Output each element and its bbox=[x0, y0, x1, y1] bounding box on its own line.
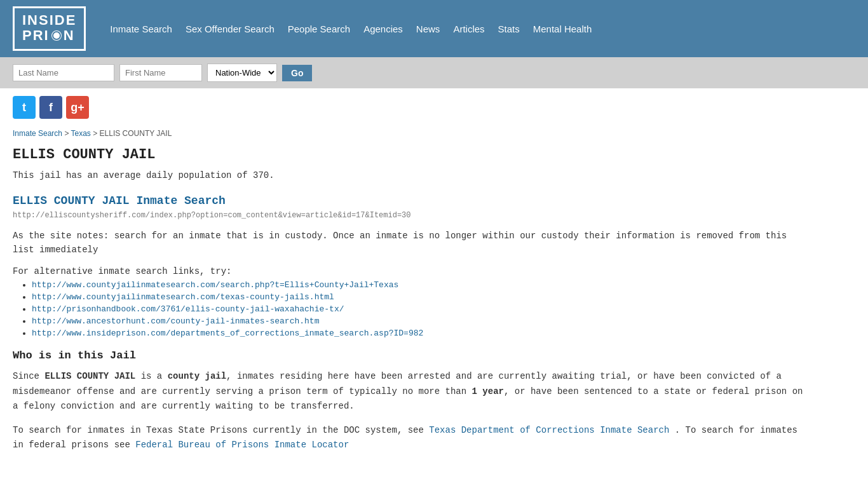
logo-inside-text: INSIDE bbox=[22, 13, 76, 27]
nav-news[interactable]: News bbox=[411, 21, 445, 37]
to-search-text: To search for inmates in Texas State Pri… bbox=[13, 423, 813, 452]
list-item: http://www.insideprison.com/departments_… bbox=[32, 329, 813, 338]
year-bold: 1 year bbox=[472, 386, 504, 396]
inmate-search-url-text: http://elliscountysheriff.com/index.php?… bbox=[13, 211, 813, 220]
who-text: Since ELLIS COUNTY JAIL is a county jail… bbox=[13, 369, 813, 414]
social-bar: t f g+ bbox=[0, 88, 868, 123]
twitter-share-button[interactable]: t bbox=[13, 96, 36, 119]
nav-stats[interactable]: Stats bbox=[493, 21, 525, 37]
alt-link-3[interactable]: http://prisonhandbook.com/3761/ellis-cou… bbox=[32, 304, 344, 314]
inmate-search-heading: ELLIS COUNTY JAIL Inmate Search bbox=[13, 192, 813, 207]
nav-mental-health[interactable]: Mental Health bbox=[528, 21, 597, 37]
scope-select[interactable]: Nation-Wide Texas Federal bbox=[207, 64, 277, 82]
first-name-input[interactable] bbox=[119, 64, 202, 81]
logo-circle-icon bbox=[50, 29, 63, 42]
breadcrumb-inmate-search[interactable]: Inmate Search bbox=[13, 129, 62, 138]
last-name-input[interactable] bbox=[13, 64, 114, 81]
alt-link-5[interactable]: http://www.insideprison.com/departments_… bbox=[32, 329, 423, 338]
list-item: http://prisonhandbook.com/3761/ellis-cou… bbox=[32, 304, 813, 314]
breadcrumb-sep1: > bbox=[64, 129, 71, 138]
fbop-link[interactable]: Federal Bureau of Prisons Inmate Locator bbox=[135, 440, 349, 450]
breadcrumb-texas[interactable]: Texas bbox=[71, 129, 91, 138]
jail-description: This jail has an average daily populatio… bbox=[13, 170, 813, 180]
breadcrumb-sep2: > bbox=[93, 129, 99, 138]
nav-sex-offender[interactable]: Sex Offender Search bbox=[180, 21, 280, 37]
nav-agencies[interactable]: Agencies bbox=[358, 21, 408, 37]
search-go-button[interactable]: Go bbox=[282, 65, 312, 81]
who-section-title: Who is in this Jail bbox=[13, 349, 813, 362]
nav-people-search[interactable]: People Search bbox=[283, 21, 355, 37]
list-item: http://www.countyjailinmatesearch.com/te… bbox=[32, 292, 813, 302]
breadcrumb: Inmate Search > Texas > ELLIS COUNTY JAI… bbox=[13, 129, 813, 138]
alt-link-4[interactable]: http://www.ancestorhunt.com/county-jail-… bbox=[32, 316, 319, 326]
inmate-search-link[interactable]: ELLIS COUNTY JAIL Inmate Search bbox=[13, 194, 226, 207]
main-content: Inmate Search > Texas > ELLIS COUNTY JAI… bbox=[0, 123, 826, 464]
list-item: http://www.countyjailinmatesearch.com/se… bbox=[32, 280, 813, 290]
tdcj-link[interactable]: Texas Department of Corrections Inmate S… bbox=[429, 425, 669, 435]
site-header: INSIDE PRIN Inmate Search Sex Offender S… bbox=[0, 0, 868, 57]
facebook-share-button[interactable]: f bbox=[39, 96, 62, 119]
alt-link-1[interactable]: http://www.countyjailinmatesearch.com/se… bbox=[32, 280, 398, 290]
inmate-search-description: As the site notes: search for an inmate … bbox=[13, 229, 813, 257]
to-search-intro: To search for inmates in Texas State Pri… bbox=[13, 425, 429, 435]
breadcrumb-current: ELLIS COUNTY JAIL bbox=[100, 129, 172, 138]
alt-links-intro: For alternative inmate search links, try… bbox=[13, 266, 813, 276]
search-bar: Nation-Wide Texas Federal Go bbox=[0, 57, 868, 88]
alt-link-2[interactable]: http://www.countyjailinmatesearch.com/te… bbox=[32, 292, 334, 302]
county-jail-bold: county jail bbox=[168, 371, 226, 381]
nav-inmate-search[interactable]: Inmate Search bbox=[105, 21, 177, 37]
logo-prison-text: PRIN bbox=[22, 27, 76, 44]
jail-name-bold-1: ELLIS COUNTY JAIL bbox=[44, 371, 135, 381]
google-share-button[interactable]: g+ bbox=[66, 96, 89, 119]
alt-links-list: http://www.countyjailinmatesearch.com/se… bbox=[32, 280, 813, 338]
page-title: ELLIS COUNTY JAIL bbox=[13, 147, 813, 163]
list-item: http://www.ancestorhunt.com/county-jail-… bbox=[32, 316, 813, 326]
main-nav: Inmate Search Sex Offender Search People… bbox=[105, 21, 597, 37]
nav-articles[interactable]: Articles bbox=[448, 21, 489, 37]
site-logo[interactable]: INSIDE PRIN bbox=[13, 6, 86, 51]
